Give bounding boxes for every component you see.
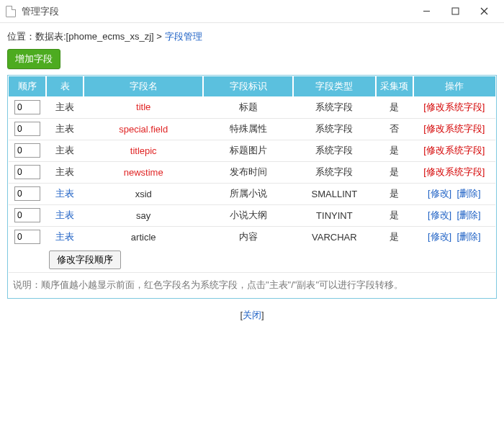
modify-system-field-link[interactable]: [修改系统字段] xyxy=(423,102,485,112)
field-name-cell: special.field xyxy=(119,124,168,135)
field-ident-cell: 所属小说 xyxy=(203,183,293,204)
note-row: 说明：顺序值越小越显示前面，红色字段名为系统字段，点击"主表"/"副表"可以进行… xyxy=(9,273,495,298)
svg-rect-1 xyxy=(452,8,459,14)
modify-system-field-link[interactable]: [修改系统字段] xyxy=(423,166,485,177)
field-name-cell: newstime xyxy=(124,167,163,178)
table-row: 主表newstime发布时间系统字段是[修改系统字段] xyxy=(9,161,495,183)
breadcrumb-current[interactable]: 字段管理 xyxy=(165,31,202,42)
fields-table-container: 顺序 表 字段名 字段标识 字段类型 采集项 操作 主表title标题系统字段是… xyxy=(7,75,497,299)
field-type-cell: VARCHAR xyxy=(293,226,375,248)
table-cell: 主表 xyxy=(55,123,74,134)
submit-order-button[interactable]: 修改字段顺序 xyxy=(49,251,121,269)
field-name-cell: xsid xyxy=(135,189,152,199)
field-ident-cell: 内容 xyxy=(203,226,293,248)
submit-row: 修改字段顺序 xyxy=(9,248,495,273)
modify-system-field-link[interactable]: [修改系统字段] xyxy=(423,145,485,155)
table-row: 主表say小说大纲TINYINT是[修改] [删除] xyxy=(9,204,495,226)
seq-input[interactable] xyxy=(14,143,40,158)
header-field-ident: 字段标识 xyxy=(203,76,293,96)
table-cell: 主表 xyxy=(55,145,74,155)
close-button[interactable] xyxy=(469,1,498,22)
header-collect: 采集项 xyxy=(376,76,413,96)
table-header-row: 顺序 表 字段名 字段标识 字段类型 采集项 操作 xyxy=(9,76,495,96)
field-ident-cell: 标题图片 xyxy=(203,140,293,161)
collect-cell: 是 xyxy=(376,226,413,248)
table-row: 主表special.field特殊属性系统字段否[修改系统字段] xyxy=(9,118,495,140)
table-cell[interactable]: 主表 xyxy=(55,188,74,199)
seq-input[interactable] xyxy=(14,165,40,179)
document-icon xyxy=(6,6,16,17)
collect-cell: 是 xyxy=(376,161,413,183)
breadcrumb: 位置：数据表:[phome_ecms_xs_zj] > 字段管理 xyxy=(7,30,497,43)
field-name-cell: titlepic xyxy=(130,145,157,156)
field-type-cell: 系统字段 xyxy=(293,96,375,118)
bracket-right: ] xyxy=(261,310,264,320)
table-cell: 主表 xyxy=(55,166,74,177)
field-type-cell: TINYINT xyxy=(293,204,375,226)
table-cell: 主表 xyxy=(55,102,74,112)
maximize-button[interactable] xyxy=(441,1,469,22)
field-name-cell: article xyxy=(131,232,156,243)
edit-link[interactable]: [修改] xyxy=(428,209,451,220)
header-table: 表 xyxy=(46,76,84,96)
seq-input[interactable] xyxy=(14,186,40,201)
table-row: 主表article内容VARCHAR是[修改] [删除] xyxy=(9,226,495,248)
minimize-button[interactable] xyxy=(412,1,441,22)
window-titlebar: 管理字段 xyxy=(0,0,504,23)
fields-table: 顺序 表 字段名 字段标识 字段类型 采集项 操作 主表title标题系统字段是… xyxy=(9,76,495,297)
field-name-cell: title xyxy=(136,102,150,112)
add-field-button[interactable]: 增加字段 xyxy=(7,49,60,69)
field-ident-cell: 小说大纲 xyxy=(203,204,293,226)
modify-system-field-link[interactable]: [修改系统字段] xyxy=(423,123,485,134)
field-name-cell: say xyxy=(136,210,150,221)
table-row: 主表xsid所属小说SMALLINT是[修改] [删除] xyxy=(9,183,495,204)
field-ident-cell: 特殊属性 xyxy=(203,118,293,140)
collect-cell: 是 xyxy=(376,96,413,118)
field-ident-cell: 标题 xyxy=(203,96,293,118)
seq-input[interactable] xyxy=(14,208,40,222)
breadcrumb-prefix: 位置：数据表:[phome_ecms_xs_zj] > xyxy=(7,31,165,42)
field-type-cell: 系统字段 xyxy=(293,118,375,140)
field-type-cell: 系统字段 xyxy=(293,140,375,161)
note-text: 说明：顺序值越小越显示前面，红色字段名为系统字段，点击"主表"/"副表"可以进行… xyxy=(9,273,495,298)
field-type-cell: 系统字段 xyxy=(293,161,375,183)
close-line: [关闭] xyxy=(7,299,497,332)
delete-link[interactable]: [删除] xyxy=(456,188,480,199)
field-ident-cell: 发布时间 xyxy=(203,161,293,183)
table-cell[interactable]: 主表 xyxy=(55,231,74,242)
header-seq: 顺序 xyxy=(9,76,46,96)
collect-cell: 是 xyxy=(376,204,413,226)
header-field-name: 字段名 xyxy=(84,76,203,96)
edit-link[interactable]: [修改] xyxy=(428,188,451,199)
window-title: 管理字段 xyxy=(22,5,412,18)
field-type-cell: SMALLINT xyxy=(293,183,375,204)
delete-link[interactable]: [删除] xyxy=(456,231,480,242)
header-ops: 操作 xyxy=(413,76,495,96)
seq-input[interactable] xyxy=(14,100,40,114)
delete-link[interactable]: [删除] xyxy=(456,209,480,220)
seq-input[interactable] xyxy=(14,122,40,136)
collect-cell: 否 xyxy=(376,118,413,140)
table-cell[interactable]: 主表 xyxy=(55,209,74,220)
table-row: 主表title标题系统字段是[修改系统字段] xyxy=(9,96,495,118)
collect-cell: 是 xyxy=(376,140,413,161)
edit-link[interactable]: [修改] xyxy=(428,231,451,242)
close-link[interactable]: 关闭 xyxy=(243,310,261,320)
seq-input[interactable] xyxy=(14,230,40,244)
collect-cell: 是 xyxy=(376,183,413,204)
header-field-type: 字段类型 xyxy=(293,76,375,96)
table-row: 主表titlepic标题图片系统字段是[修改系统字段] xyxy=(9,140,495,161)
